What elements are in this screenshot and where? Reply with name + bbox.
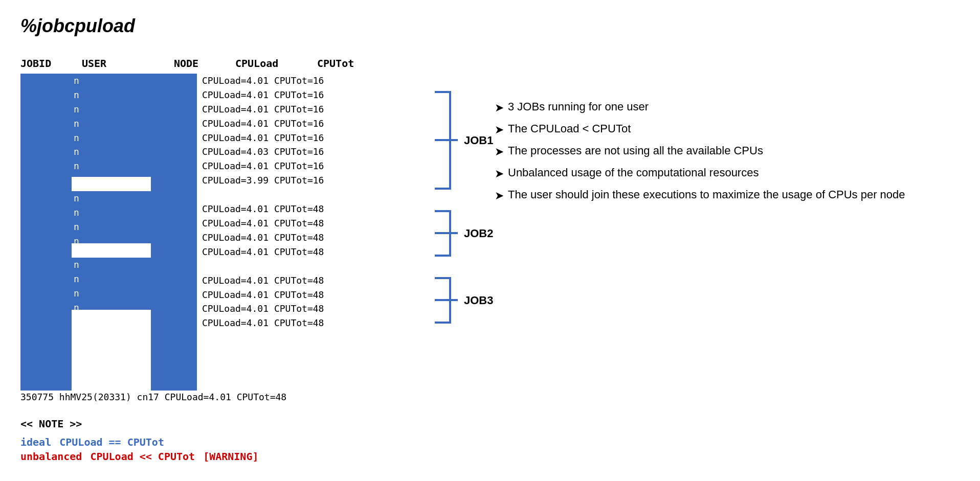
bracket-job3-svg — [430, 274, 458, 327]
gap-1-2 — [202, 188, 324, 202]
arrow-icon-4: ➤ — [495, 165, 504, 182]
ideal-label: ideal — [20, 436, 51, 448]
data-row-j1-6: CPULoad=4.03 CPUTot=16 — [202, 145, 324, 159]
data-row-j2-1: CPULoad=4.01 CPUTot=48 — [202, 202, 324, 216]
arrow-icon-5: ➤ — [495, 187, 504, 204]
header-user: USER — [82, 57, 174, 70]
bullet-text-3: The processes are not using all the avai… — [508, 142, 763, 159]
bracket-job2-label: JOB2 — [464, 227, 495, 240]
bracket-gap-23 — [430, 260, 495, 274]
bracket-job1-svg — [430, 88, 458, 193]
info-panel: ➤ 3 JOBs running for one user ➤ The CPUL… — [495, 88, 905, 208]
data-row-j1-7: CPULoad=4.01 CPUTot=16 — [202, 159, 324, 173]
note-section: << NOTE >> ideal CPULoad == CPUTot unbal… — [20, 418, 399, 463]
bracket-row-job2: JOB2 — [430, 207, 495, 260]
unbalanced-label: unbalanced — [20, 450, 82, 463]
data-row-j3-3: CPULoad=4.01 CPUTot=48 — [202, 302, 324, 316]
right-panel: JOB1 JOB2 JOB3 — [430, 57, 960, 327]
bracket-job1-label: JOB1 — [464, 134, 495, 147]
bullet-item-5: ➤ The user should join these executions … — [495, 186, 905, 204]
data-row-j1-1: CPULoad=4.01 CPUTot=16 — [202, 74, 324, 88]
gap-2-3 — [202, 259, 324, 273]
jobid-column — [20, 74, 72, 391]
bullet-item-4: ➤ Unbalanced usage of the computational … — [495, 164, 905, 182]
ideal-value: CPULoad == CPUTot — [59, 436, 164, 448]
header-cpuload: CPULoad — [235, 57, 317, 70]
data-row-j3-1: CPULoad=4.01 CPUTot=48 — [202, 273, 324, 288]
data-row-j2-4: CPULoad=4.01 CPUTot=48 — [202, 245, 324, 259]
bullet-text-2: The CPULoad < CPUTot — [508, 120, 631, 137]
header-node: NODE — [174, 57, 235, 70]
bracket-gap-12 — [430, 193, 495, 207]
data-row-j2-2: CPULoad=4.01 CPUTot=48 — [202, 216, 324, 231]
data-column: CPULoad=4.01 CPUTot=16 CPULoad=4.01 CPUT… — [197, 74, 324, 391]
page-title: %jobcpuload — [20, 15, 960, 37]
header-cputot: CPUTot — [317, 57, 399, 70]
data-row-j1-2: CPULoad=4.01 CPUTot=16 — [202, 88, 324, 102]
left-panel: JOBID USER NODE CPULoad CPUTot n n n n n… — [20, 57, 399, 463]
data-row-j2-3: CPULoad=4.01 CPUTot=48 — [202, 231, 324, 245]
brackets-and-labels: JOB1 JOB2 JOB3 — [430, 88, 495, 327]
table-body: n n n n n n n n n n n n — [20, 74, 399, 391]
header-jobid: JOBID — [20, 57, 82, 70]
arrow-icon-1: ➤ — [495, 99, 504, 116]
bracket-row-job1: JOB1 — [430, 88, 495, 193]
node-column — [151, 74, 197, 391]
user-block-job2: n n n n — [72, 191, 151, 243]
user-block-job3: n n n n — [72, 258, 151, 310]
data-row-j1-5: CPULoad=4.01 CPUTot=16 — [202, 131, 324, 145]
user-column: n n n n n n n n n n n n — [72, 74, 151, 391]
bracket-row-job3: JOB3 — [430, 274, 495, 327]
bullet-item-1: ➤ 3 JOBs running for one user — [495, 98, 905, 116]
bracket-job3-label: JOB3 — [464, 294, 495, 307]
bullet-item-2: ➤ The CPULoad < CPUTot — [495, 120, 905, 138]
data-row-j3-2: CPULoad=4.01 CPUTot=48 — [202, 288, 324, 302]
data-row-j1-3: CPULoad=4.01 CPUTot=16 — [202, 102, 324, 117]
bullet-list: ➤ 3 JOBs running for one user ➤ The CPUL… — [495, 98, 905, 208]
arrow-icon-2: ➤ — [495, 121, 504, 138]
bullet-text-5: The user should join these executions to… — [508, 186, 905, 203]
note-row-ideal: ideal CPULoad == CPUTot — [20, 436, 399, 448]
note-rows: ideal CPULoad == CPUTot unbalanced CPULo… — [20, 436, 399, 463]
arrow-icon-3: ➤ — [495, 143, 504, 160]
data-row-j3-4: CPULoad=4.01 CPUTot=48 — [202, 316, 324, 330]
bracket-job2-svg — [430, 207, 458, 260]
bullet-text-4: Unbalanced usage of the computational re… — [508, 164, 759, 181]
note-row-unbalanced: unbalanced CPULoad << CPUTot [WARNING] — [20, 450, 399, 463]
bullet-text-1: 3 JOBs running for one user — [508, 98, 649, 115]
bullet-item-3: ➤ The processes are not using all the av… — [495, 142, 905, 160]
user-block-job1: n n n n n n n n — [72, 74, 151, 177]
data-row-j1-8: CPULoad=3.99 CPUTot=16 — [202, 173, 324, 188]
note-label: << NOTE >> — [20, 418, 399, 430]
data-row-j1-4: CPULoad=4.01 CPUTot=16 — [202, 117, 324, 131]
bottom-row: 350775 hhMV25(20331) cn17 CPULoad=4.01 C… — [20, 392, 399, 402]
warning-label: [WARNING] — [203, 450, 258, 463]
table-header: JOBID USER NODE CPULoad CPUTot — [20, 57, 399, 70]
unbalanced-value: CPULoad << CPUTot — [90, 450, 195, 463]
